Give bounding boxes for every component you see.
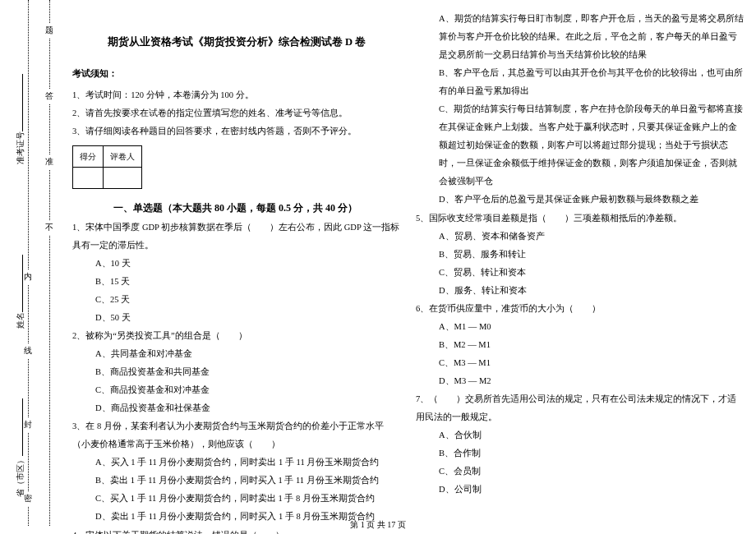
notice-item: 1、考试时间：120 分钟，本卷满分为 100 分。 [72, 86, 401, 104]
notice-heading: 考试须知： [72, 64, 401, 83]
option: A、M1 — M0 [416, 318, 744, 336]
option: D、商品投资基金和社保基金 [72, 399, 401, 417]
option: A、10 天 [72, 255, 401, 273]
option: D、50 天 [72, 309, 401, 327]
option: B、合作制 [416, 444, 744, 463]
notice-item: 3、请仔细阅读各种题目的回答要求，在密封线内答题，否则不予评分。 [72, 122, 401, 140]
seal-char: 答 [45, 89, 53, 104]
option: A、期货的结算实行每日盯市制度，即客户开仓后，当天的盈亏是将交易所结算价与客户开… [416, 10, 744, 64]
question-2: 2、被称为“另类投资工具”的组合是（ ） [72, 327, 401, 345]
option: C、期货的结算实行每日结算制度，客户在持仓阶段每天的单日盈亏都将直接在其保证金账… [416, 100, 744, 191]
seal-char: 不 [45, 220, 53, 235]
option: D、公司制 [416, 481, 744, 499]
field-region: 省（市区） [15, 398, 26, 497]
seal-char: 准 [45, 154, 53, 169]
score-label: 得分 [73, 146, 104, 168]
option: A、贸易、资本和储备资产 [416, 228, 744, 246]
option: D、服务、转让和资本 [416, 282, 744, 300]
field-ticket: 准考证号 [15, 74, 26, 164]
seal-char: 密 [24, 491, 32, 506]
option: B、卖出 1 手 11 月份小麦期货合约，同时买入 1 手 11 月份玉米期货合… [72, 472, 401, 490]
question-3: 3、在 8 月份，某套利者认为小麦期货合约与玉米期货合约的价差小于正常水平（小麦… [72, 417, 401, 453]
seal-char: 封 [24, 417, 32, 432]
option: C、商品投资基金和对冲基金 [72, 381, 401, 399]
option: C、会员制 [416, 463, 744, 481]
option: C、买入 1 手 11 月份小麦期货合约，同时卖出 1 手 8 月份玉米期货合约 [72, 490, 401, 508]
option: C、M3 — M1 [416, 354, 744, 372]
option: A、合伙制 [416, 426, 744, 444]
seal-char: 题 [45, 23, 53, 38]
option: A、买入 1 手 11 月份小麦期货合约，同时卖出 1 手 11 月份玉米期货合… [72, 453, 401, 472]
notice-item: 2、请首先按要求在试卷的指定位置填写您的姓名、准考证号等信息。 [72, 104, 401, 122]
exam-title: 期货从业资格考试《期货投资分析》综合检测试卷 D 卷 [72, 31, 401, 53]
option: B、客户平仓后，其总盈亏可以由其开仓价与其平仓价的比较得出，也可由所有的单日盈亏… [416, 64, 744, 100]
option: A、共同基金和对冲基金 [72, 345, 401, 363]
page-number: 第 1 页 共 17 页 [0, 519, 756, 531]
option: D、M3 — M2 [416, 372, 744, 390]
section-1-title: 一、单选题（本大题共 80 小题，每题 0.5 分，共 40 分） [113, 198, 357, 219]
option: B、商品投资基金和共同基金 [72, 363, 401, 381]
option: B、贸易、服务和转让 [416, 246, 744, 264]
column-left: 期货从业资格考试《期货投资分析》综合检测试卷 D 卷 考试须知： 1、考试时间：… [72, 10, 401, 511]
binding-margin: 省（市区） 姓名 准考证号 密 封 线 内 不 准 答 题 [0, 0, 59, 526]
question-7: 7、（ ）交易所首先适用公司法的规定，只有在公司法未规定的情况下，才适用民法的一… [416, 390, 744, 426]
option: C、25 天 [72, 291, 401, 309]
column-right: A、期货的结算实行每日盯市制度，即客户开仓后，当天的盈亏是将交易所结算价与客户开… [416, 10, 744, 511]
option: D、客户平仓后的总盈亏是其保证金账户最初数额与最终数额之差 [416, 191, 744, 209]
question-5: 5、国际收支经常项目差额是指（ ）三项差额相抵后的净差额。 [416, 209, 744, 228]
field-name: 姓名 [15, 255, 26, 329]
option: B、15 天 [72, 273, 401, 291]
content-area: 期货从业资格考试《期货投资分析》综合检测试卷 D 卷 考试须知： 1、考试时间：… [72, 10, 746, 511]
option: C、贸易、转让和资本 [416, 264, 744, 282]
question-6: 6、在货币供应量中，准货币的大小为（ ） [416, 300, 744, 318]
score-box: 得分 评卷人 [72, 145, 142, 189]
seal-char: 内 [24, 269, 32, 284]
question-1: 1、宋体中国季度 GDP 初步核算数据在季后（ ）左右公布，因此 GDP 这一指… [72, 219, 401, 255]
grader-label: 评卷人 [104, 146, 142, 168]
seal-char: 线 [24, 343, 32, 358]
option: B、M2 — M1 [416, 336, 744, 354]
